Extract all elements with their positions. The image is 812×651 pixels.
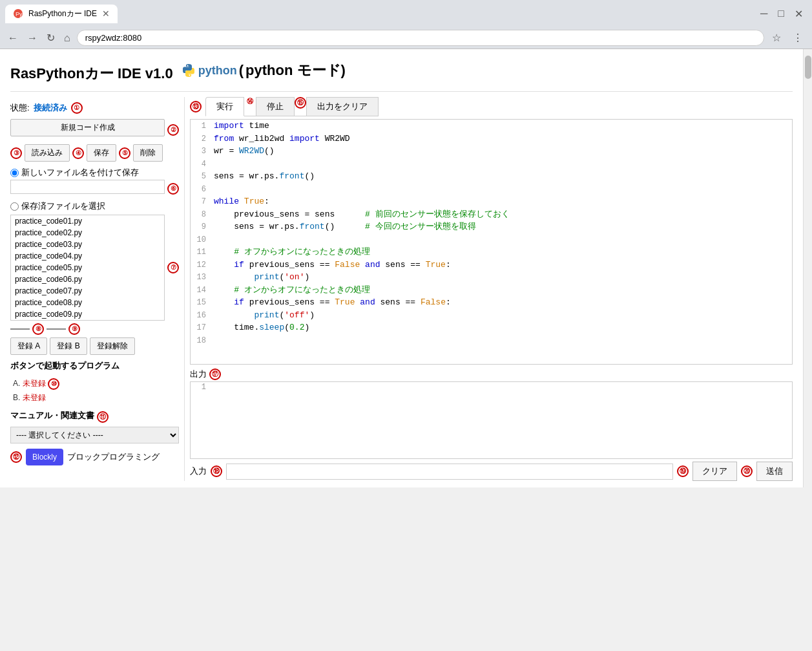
- code-line-2: 2 from wr_lib2wd import WR2WD: [191, 133, 792, 145]
- address-bar[interactable]: [77, 30, 764, 46]
- close-btn[interactable]: ✕: [791, 6, 807, 21]
- status-value: 接続済み: [34, 102, 67, 114]
- annotation-9: ⑨: [68, 323, 80, 335]
- scrollbar[interactable]: [803, 49, 812, 487]
- code-line-13: 13 print('on'): [191, 271, 792, 284]
- delete-btn[interactable]: 削除: [133, 144, 163, 162]
- code-editor[interactable]: 1 import time 2 from wr_lib2wd import WR…: [190, 119, 793, 365]
- output-label: 出力: [190, 368, 207, 380]
- file-item[interactable]: practice_code06.py: [11, 273, 164, 285]
- file-item[interactable]: practice_code03.py: [11, 239, 164, 250]
- annotation-13: ⑬: [190, 101, 202, 112]
- annotation-10: ⑩: [48, 378, 59, 390]
- file-item[interactable]: practice_code02.py: [11, 227, 164, 239]
- code-line-17: 17 time.sleep(0.2): [191, 321, 792, 334]
- annotation-6: ⑥: [167, 183, 179, 195]
- minimize-btn[interactable]: ─: [756, 6, 771, 21]
- back-btn[interactable]: ←: [5, 31, 21, 45]
- new-code-btn[interactable]: 新規コード作成: [10, 119, 165, 136]
- run-tab[interactable]: 実行: [205, 97, 244, 116]
- file-item[interactable]: practice_code09.py: [11, 308, 164, 320]
- code-line-14: 14 # オンからオフになったときの処理: [191, 284, 792, 297]
- annotation-11: ⑪: [97, 411, 109, 423]
- code-line-5: 5 sens = wr.ps.front(): [191, 170, 792, 183]
- file-item[interactable]: practice_code08.py: [11, 297, 164, 308]
- python-icon: [181, 63, 196, 78]
- python-logo: python ( python モード): [181, 61, 346, 80]
- saved-files-radio[interactable]: [10, 202, 19, 211]
- file-item[interactable]: practice_code04.py: [11, 250, 164, 262]
- annotation-2: ②: [167, 124, 179, 136]
- svg-text:Py: Py: [16, 11, 23, 17]
- annotation-19: ⑲: [677, 465, 689, 477]
- code-toolbar: 実行 ⑭ 停止 ⑮ 出力をクリア: [205, 97, 379, 116]
- code-line-4: 4: [191, 158, 792, 171]
- code-line-11: 11 # オフからオンになったときの処理: [191, 246, 792, 259]
- annotation-15: ⑮: [295, 97, 306, 109]
- annotation-12: ⑫: [10, 451, 22, 463]
- reg-b-btn[interactable]: 登録 B: [50, 337, 87, 355]
- reload-btn[interactable]: ↻: [44, 30, 57, 45]
- file-item[interactable]: practice_code05.py: [11, 262, 164, 273]
- right-panel: ⑬ 実行 ⑭ 停止 ⑮ 出力をクリア 1 import t: [185, 97, 793, 481]
- new-file-radio[interactable]: [10, 169, 19, 177]
- program-section: ボタンで起動するプログラム A. 未登録 ⑩ B. 未登録: [10, 360, 179, 405]
- file-list: practice_code01.py practice_code02.py pr…: [10, 215, 165, 321]
- file-item[interactable]: practice_code07.py: [11, 285, 164, 297]
- forward-btn[interactable]: →: [25, 31, 40, 45]
- home-btn[interactable]: ⌂: [61, 31, 73, 45]
- code-line-12: 12 if previous_sens == False and sens ==…: [191, 259, 792, 272]
- annotation-14: ⑭: [244, 97, 256, 109]
- code-line-1: 1 import time: [191, 120, 792, 133]
- reg-a-btn[interactable]: 登録 A: [10, 337, 47, 355]
- prog-a-item: A. 未登録 ⑩: [13, 377, 179, 391]
- program-title: ボタンで起動するプログラム: [10, 360, 120, 372]
- manual-dropdown[interactable]: ---- 選択してください ----: [10, 427, 179, 443]
- annotation-1: ①: [71, 102, 83, 114]
- browser-menu-btn[interactable]: ⋮: [789, 30, 807, 45]
- tab-close-btn[interactable]: ✕: [102, 8, 110, 19]
- annotation-4: ④: [72, 147, 84, 159]
- code-line-3: 3 wr = WR2WD(): [191, 145, 792, 158]
- scrollbar-thumb[interactable]: [805, 56, 811, 79]
- code-line-18: 18: [191, 334, 792, 347]
- code-line-16: 16 print('off'): [191, 309, 792, 322]
- status-row: 状態: 接続済み ①: [10, 102, 179, 114]
- clear-tab[interactable]: 出力をクリア: [306, 97, 379, 116]
- code-line-10: 10: [191, 233, 792, 246]
- annotation-8: ⑧: [32, 323, 44, 335]
- input-row: 入力 ⑱ ⑲ クリア ⑳ 送信: [190, 462, 793, 481]
- blockly-desc: ブロックプログラミング: [67, 451, 160, 463]
- input-field[interactable]: [226, 464, 673, 480]
- stop-tab[interactable]: 停止: [256, 97, 295, 116]
- file-item[interactable]: practice_code01.py: [11, 215, 164, 227]
- annotation-3: ③: [10, 147, 22, 159]
- browser-tab[interactable]: Py RasPythonカー IDE ✕: [5, 5, 118, 23]
- blockly-btn[interactable]: Blockly: [26, 449, 63, 465]
- status-label: 状態:: [10, 102, 30, 114]
- manual-title: マニュアル・関連文書: [10, 410, 94, 422]
- prog-b-item: B. 未登録: [13, 391, 179, 405]
- tab-title: RasPythonカー IDE: [28, 8, 97, 19]
- left-panel: 状態: 接続済み ① 新規コード作成 ② ③ 読み込み ④ 保存: [10, 97, 185, 481]
- clear-input-btn[interactable]: クリア: [692, 462, 737, 481]
- new-file-label: 新しいファイル名を付けて保存: [21, 167, 139, 178]
- bookmark-btn[interactable]: ☆: [768, 30, 785, 45]
- code-line-9: 9 sens = wr.ps.front() # 今回のセンサー状態を取得: [191, 220, 792, 233]
- read-btn[interactable]: 読み込み: [25, 144, 70, 162]
- new-tab-area[interactable]: [120, 4, 172, 23]
- input-label: 入力: [190, 465, 207, 477]
- annotation-20: ⑳: [741, 465, 753, 477]
- file-name-input[interactable]: [10, 180, 165, 194]
- output-line-1: 1: [191, 382, 792, 392]
- unreg-btn[interactable]: 登録解除: [90, 337, 135, 355]
- restore-btn[interactable]: □: [774, 6, 788, 21]
- app-header: RasPythonカー IDE v1.0 python ( python モード…: [10, 56, 793, 92]
- code-line-6: 6: [191, 183, 792, 196]
- saved-files-label: 保存済ファイルを選択: [21, 200, 105, 212]
- annotation-17: ⑰: [209, 368, 221, 380]
- code-line-15: 15 if previous_sens == True and sens == …: [191, 296, 792, 309]
- save-btn[interactable]: 保存: [87, 144, 116, 162]
- send-btn[interactable]: 送信: [756, 462, 793, 481]
- code-line-8: 8 previous_sens = sens # 前回のセンサー状態を保存してお…: [191, 208, 792, 221]
